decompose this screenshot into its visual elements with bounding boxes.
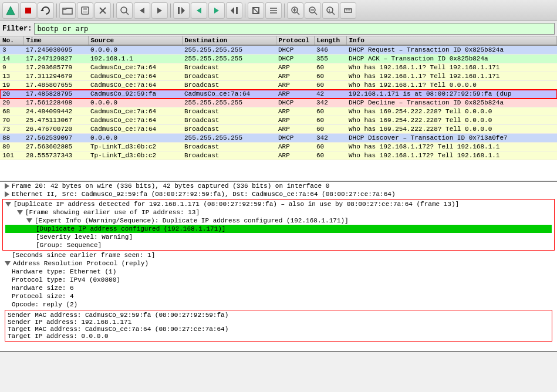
table-cell: Broadcast (182, 116, 276, 125)
dup-configured-line[interactable]: [Duplicate IP address configured (192.16… (36, 225, 552, 233)
table-cell: DHCP ACK – Transaction ID 0x825b824a (346, 55, 557, 63)
table-row[interactable]: 8927.563602805Tp-LinkT_d3:0b:c2Broadcast… (0, 143, 557, 151)
table-cell: CadmusCo_ce:7a:64 (88, 125, 182, 134)
table-row[interactable]: 6824.484099442CadmusCo_ce:7a:64Broadcast… (0, 107, 557, 116)
table-cell: Tp-LinkT_d3:0b:c2 (88, 151, 182, 160)
filter-input[interactable] (34, 23, 555, 35)
table-row[interactable]: 1317.311294679CadmusCo_ce:7a:64Broadcast… (0, 72, 557, 81)
svg-rect-5 (83, 7, 87, 10)
arp-expand-icon (5, 261, 11, 266)
target-mac-line[interactable]: Target MAC address: CadmusCo_ce:7a:64 (0… (8, 326, 549, 333)
stop2-button[interactable] (248, 2, 264, 19)
table-row[interactable]: 7326.476700720CadmusCo_ce:7a:64Broadcast… (0, 125, 557, 134)
table-row[interactable]: 10128.555737343Tp-LinkT_d3:0b:c2Broadcas… (0, 151, 557, 160)
table-cell: Who has 192.168.1.1? Tell 192.168.1.171 (346, 72, 557, 81)
ethernet-line[interactable]: Ethernet II, Src: CadmusCo_92:59:fa (08:… (0, 190, 557, 198)
table-cell: 42 (314, 90, 346, 99)
table-cell: ARP (276, 81, 314, 90)
table-cell: 17.561228498 (23, 99, 88, 107)
sep5 (284, 4, 285, 18)
save-button[interactable] (77, 2, 93, 19)
sender-ip-line[interactable]: Sender IP address: 192.168.1.171 (8, 319, 549, 326)
table-cell: 13 (0, 72, 23, 81)
table-cell: 60 (314, 151, 346, 160)
shark-fin-button[interactable] (2, 2, 19, 19)
table-cell: Broadcast (182, 63, 276, 72)
proto-size-line: Protocol size: 4 (0, 292, 557, 300)
table-cell: Who has 169.254.222.228? Tell 0.0.0.0 (346, 125, 557, 134)
go-first-button[interactable] (173, 2, 190, 19)
table-row[interactable]: 317.2450306950.0.0.0255.255.255.255DHCP3… (0, 45, 557, 55)
seconds-since-line[interactable]: [Seconds since earlier frame seen: 1] (0, 251, 557, 259)
open-button[interactable] (59, 2, 76, 19)
expert-info-line[interactable]: [Expert Info (Warning/Sequence): Duplica… (5, 217, 552, 225)
col-length: Length (314, 36, 346, 45)
table-cell: 255.255.255.255 (182, 45, 276, 55)
sep3 (170, 4, 171, 18)
table-cell: 0.0.0.0 (88, 45, 182, 55)
table-cell: 19 (0, 81, 23, 90)
table-cell: 17.247129827 (23, 55, 88, 63)
svg-rect-1 (25, 8, 31, 13)
detail-pane: Frame 20: 42 bytes on wire (336 bits), 4… (0, 182, 557, 352)
table-cell: CadmusCo_ce:7a:64 (88, 63, 182, 72)
arp-line[interactable]: Address Resolution Protocol (reply) (0, 259, 557, 268)
table-cell: 88 (0, 134, 23, 143)
target-ip-line[interactable]: Target IP address: 0.0.0.0 (8, 333, 549, 340)
group-line[interactable]: [Group: Sequence] (5, 241, 552, 249)
svg-text:1: 1 (328, 8, 330, 13)
table-cell: CadmusCo_ce:7a:64 (88, 107, 182, 116)
packet-table-header: No. Time Source Destination Protocol Len… (0, 36, 557, 45)
table-row[interactable]: 2017.485828795CadmusCo_92:59:faCadmusCo_… (0, 90, 557, 99)
table-cell: DHCP (276, 55, 314, 63)
ruler-button[interactable] (340, 2, 356, 19)
filter-label: Filter: (2, 25, 32, 33)
table-cell: 17.245030695 (23, 45, 88, 55)
table-cell: 60 (314, 107, 346, 116)
dup-ip-expand-icon (5, 202, 11, 207)
table-cell: 60 (314, 116, 346, 125)
sender-mac-line[interactable]: Sender MAC address: CadmusCo_92:59:fa (0… (8, 312, 549, 319)
zoom-fit-button[interactable]: 1 (322, 2, 339, 19)
frame-line[interactable]: Frame 20: 42 bytes on wire (336 bits), 4… (0, 182, 557, 190)
table-row[interactable]: 2917.5612284980.0.0.0255.255.255.255DHCP… (0, 99, 557, 107)
forward-button[interactable] (151, 2, 168, 19)
zoom-out-button[interactable] (305, 2, 321, 19)
zoom-in-button[interactable] (287, 2, 303, 19)
frame-showing-line[interactable]: [Frame showing earlier use of IP address… (5, 208, 552, 217)
table-row[interactable]: 8827.5625390970.0.0.0255.255.255.255DHCP… (0, 134, 557, 143)
col-protocol: Protocol (276, 36, 314, 45)
reload-button[interactable] (38, 2, 54, 19)
svg-marker-17 (231, 7, 234, 14)
table-cell: 60 (314, 125, 346, 134)
table-row[interactable]: 7025.475113067CadmusCo_ce:7a:64Broadcast… (0, 116, 557, 125)
table-cell: 342 (314, 99, 346, 107)
table-cell: 27.562539097 (23, 134, 88, 143)
table-cell: CadmusCo_ce:7a:64 (182, 90, 276, 99)
svg-line-32 (332, 12, 335, 15)
frame-showing-expand-icon (17, 210, 23, 215)
table-cell: CadmusCo_92:59:fa (88, 90, 182, 99)
close-file-button[interactable] (94, 2, 111, 19)
address-fields-box: Sender MAC address: CadmusCo_92:59:fa (0… (5, 310, 552, 342)
expert-info-expand-icon (26, 218, 32, 223)
table-row[interactable]: 1917.485807655CadmusCo_ce:7a:64Broadcast… (0, 81, 557, 90)
search-button[interactable] (116, 2, 133, 19)
go-prev-button[interactable] (191, 2, 207, 19)
table-row[interactable]: 1417.247129827192.168.1.1255.255.255.255… (0, 55, 557, 63)
go-last-button[interactable] (226, 2, 242, 19)
col-source: Source (88, 36, 182, 45)
stop-record-button[interactable] (20, 2, 36, 19)
list-button[interactable] (265, 2, 282, 19)
hw-size-line: Hardware size: 6 (0, 284, 557, 292)
svg-marker-16 (214, 8, 219, 13)
table-row[interactable]: 917.293685779CadmusCo_ce:7a:64BroadcastA… (0, 63, 557, 72)
go-next-button[interactable] (208, 2, 225, 19)
severity-line[interactable]: [Severity level: Warning] (5, 233, 552, 241)
table-cell: Broadcast (182, 107, 276, 116)
dup-ip-line[interactable]: [Duplicate IP address detected for 192.1… (5, 200, 552, 208)
svg-line-30 (315, 12, 317, 15)
table-cell: DHCP Decline – Transaction ID 0x825b824a (346, 99, 557, 107)
back-button[interactable] (134, 2, 150, 19)
table-cell: 73 (0, 125, 23, 134)
